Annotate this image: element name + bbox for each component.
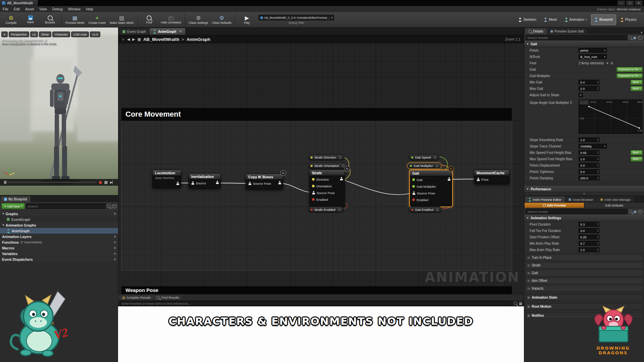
tab-compiler-results[interactable]: ▤ Compiler Results bbox=[119, 295, 153, 300]
output-pin-dot[interactable] bbox=[339, 156, 341, 159]
node-locomotion[interactable]: Locomotion State Machine bbox=[152, 170, 181, 188]
max-anim-play-rate-input[interactable]: 1.0 bbox=[579, 247, 599, 252]
close-button[interactable]: ✕ bbox=[635, 0, 643, 6]
tree-item-eventgraph[interactable]: EventGraph bbox=[0, 217, 118, 222]
window-tab[interactable]: AB_MoveItWraith bbox=[0, 0, 38, 6]
add-layer-icon[interactable]: + bbox=[114, 235, 116, 238]
save-button[interactable]: Save bbox=[21, 12, 40, 27]
pause-icon[interactable] bbox=[105, 181, 107, 184]
class-settings-button[interactable]: ⚙ Class Settings bbox=[187, 12, 210, 27]
tab-anim-preview-editor[interactable]: Anim Preview Editor bbox=[525, 196, 565, 202]
breadcrumb-current[interactable]: AnimGraph bbox=[186, 37, 210, 42]
add-new-button[interactable]: + Add New ▾ bbox=[1, 203, 25, 209]
visibility-filter-icon[interactable] bbox=[638, 36, 643, 40]
comment-core-movement-header[interactable]: Core Movement bbox=[121, 108, 512, 121]
slope-curve-editor[interactable]: ↔ ↕ 32.00 40.00 48.00 56.00 0.50 0.50 bbox=[579, 100, 643, 134]
spinner-icon[interactable] bbox=[597, 157, 598, 161]
input-pose-pin[interactable] bbox=[248, 182, 251, 185]
source-pose-pin[interactable] bbox=[412, 191, 415, 195]
edit-preview-button[interactable]: Edit Preview bbox=[524, 202, 584, 208]
tab-details[interactable]: Details bbox=[525, 28, 547, 34]
timeline-scrubber[interactable] bbox=[3, 182, 96, 183]
pelvis-displacement-input[interactable]: 4.0 bbox=[579, 163, 599, 168]
add-graph-icon[interactable]: + bbox=[114, 212, 116, 216]
minimize-button[interactable]: ─ bbox=[617, 0, 625, 6]
max-gait-input[interactable]: 2.0 bbox=[579, 86, 599, 91]
spinner-icon[interactable] bbox=[597, 176, 598, 180]
tree-section-event-dispatchers[interactable]: Event Dispatchers + bbox=[0, 256, 118, 262]
filter-eye-icon[interactable] bbox=[112, 204, 117, 208]
fall-too-far-input[interactable]: 3.0 bbox=[579, 228, 599, 233]
slope-trace-dropdown[interactable]: Visibility bbox=[579, 144, 607, 148]
details-search-input[interactable] bbox=[526, 35, 627, 40]
pelvis-damping-input[interactable]: 200.0 bbox=[579, 176, 599, 180]
find-references-input[interactable] bbox=[120, 301, 512, 306]
menu-window[interactable]: Window bbox=[65, 6, 83, 12]
forward-icon[interactable]: ▶ bbox=[132, 37, 135, 42]
tab-animgraph[interactable]: AnimGraph ✕ bbox=[150, 28, 185, 35]
add-dispatcher-icon[interactable]: + bbox=[114, 258, 116, 261]
comment-weapon-pose-header[interactable]: Weapon Pose bbox=[121, 286, 512, 294]
tree-section-animation-graphs[interactable]: ▼ Animation Graphs bbox=[0, 222, 118, 228]
output-pin-dot[interactable] bbox=[436, 208, 439, 211]
spinner-icon[interactable] bbox=[597, 242, 598, 245]
min-speed-foot-input[interactable]: 0.65 bbox=[579, 150, 599, 155]
close-tab-icon[interactable]: ✕ bbox=[179, 30, 182, 33]
output-pose-pin[interactable] bbox=[216, 181, 219, 184]
blueprint-search-input[interactable] bbox=[26, 203, 106, 209]
output-pin-dot[interactable] bbox=[434, 156, 436, 159]
menu-file[interactable]: File bbox=[0, 6, 11, 12]
menu-asset[interactable]: Asset bbox=[22, 6, 37, 12]
play-button[interactable]: ▶ Play bbox=[237, 12, 257, 27]
display-filter-icon[interactable]: ▦ bbox=[633, 36, 636, 40]
debug-target-dropdown[interactable]: AB_MoveItWraith_C_0 in AnimationEditorPr… bbox=[259, 15, 334, 20]
min-speed-foot-bind-button[interactable]: Bind bbox=[631, 150, 643, 155]
playback-speed-button[interactable]: x1.0 bbox=[90, 32, 100, 37]
pill-strafe-direction[interactable]: Strafe Direction bbox=[308, 154, 344, 161]
spinner-icon[interactable] bbox=[597, 223, 598, 226]
output-pose-pin[interactable] bbox=[176, 182, 179, 185]
orientation-pin[interactable] bbox=[312, 185, 315, 187]
spinner-icon[interactable] bbox=[597, 164, 598, 167]
parent-class-value[interactable]: MIAnim Instance bbox=[617, 7, 641, 11]
output-pose-pin[interactable] bbox=[340, 177, 343, 180]
back-icon[interactable]: ◀ bbox=[127, 37, 130, 42]
group-aim-offset[interactable]: ▷Aim Offset bbox=[526, 278, 643, 284]
mode-mesh-button[interactable]: Mesh bbox=[540, 14, 560, 25]
character-button[interactable]: Character bbox=[52, 32, 70, 37]
visibility-filter-icon[interactable] bbox=[638, 210, 643, 214]
pill-gait-speed[interactable]: Gait Speed bbox=[409, 154, 439, 161]
node-movement-cache[interactable]: MovementCache Pose bbox=[474, 170, 509, 184]
tree-item-animgraph[interactable]: AnimGraph bbox=[0, 228, 118, 234]
lod-button[interactable]: LOD Auto bbox=[71, 32, 89, 37]
create-asset-button[interactable]: + Create Asset bbox=[87, 12, 108, 27]
pelvis-dropdown[interactable]: pelvis bbox=[579, 48, 607, 53]
pill-gait-enabled[interactable]: Gait Enabled bbox=[409, 206, 442, 213]
tab-find-results[interactable]: Find Results bbox=[154, 295, 182, 300]
add-element-icon[interactable]: + bbox=[606, 61, 608, 65]
output-pose-pin[interactable] bbox=[447, 177, 450, 181]
group-gait[interactable]: ▷Gait bbox=[526, 270, 643, 276]
input-pose-pin[interactable] bbox=[191, 181, 194, 185]
mode-blueprint-button[interactable]: Blueprint bbox=[591, 14, 616, 25]
spinner-icon[interactable] bbox=[597, 138, 598, 141]
group-impacts[interactable]: ▷Impacts bbox=[526, 285, 643, 292]
slope-smoothing-input[interactable]: 1.0 bbox=[579, 137, 599, 142]
tree-section-functions[interactable]: Functions (7 Overridable) + bbox=[0, 239, 118, 245]
pivot-duration-input[interactable]: 0.3 bbox=[579, 222, 599, 227]
search-icon[interactable] bbox=[514, 302, 517, 305]
max-speed-foot-input[interactable]: 1.0 bbox=[579, 157, 599, 161]
animgraph-canvas[interactable]: Core Movement Weapon Pose ANIMATION Loco… bbox=[118, 35, 524, 294]
menu-help[interactable]: Help bbox=[83, 6, 96, 12]
tab-preview-scene-settings[interactable]: ▦ Preview Scene Sett bbox=[547, 28, 587, 34]
node-gait[interactable]: Gait Gait Gait Multiplier Source Pose En… bbox=[409, 170, 453, 207]
tree-section-macros[interactable]: Macros + bbox=[0, 245, 118, 251]
browse-button[interactable]: Browse bbox=[40, 12, 60, 27]
menu-edit[interactable]: Edit bbox=[11, 6, 22, 12]
output-pin-dot[interactable] bbox=[342, 165, 344, 167]
spinner-icon[interactable] bbox=[597, 151, 598, 154]
find-button[interactable]: Find bbox=[140, 12, 159, 27]
mode-physics-button[interactable]: Physics bbox=[617, 14, 640, 25]
compile-button[interactable]: ⚙ Compile bbox=[1, 12, 21, 27]
node-inertialization[interactable]: Inertialization Source bbox=[189, 173, 221, 189]
